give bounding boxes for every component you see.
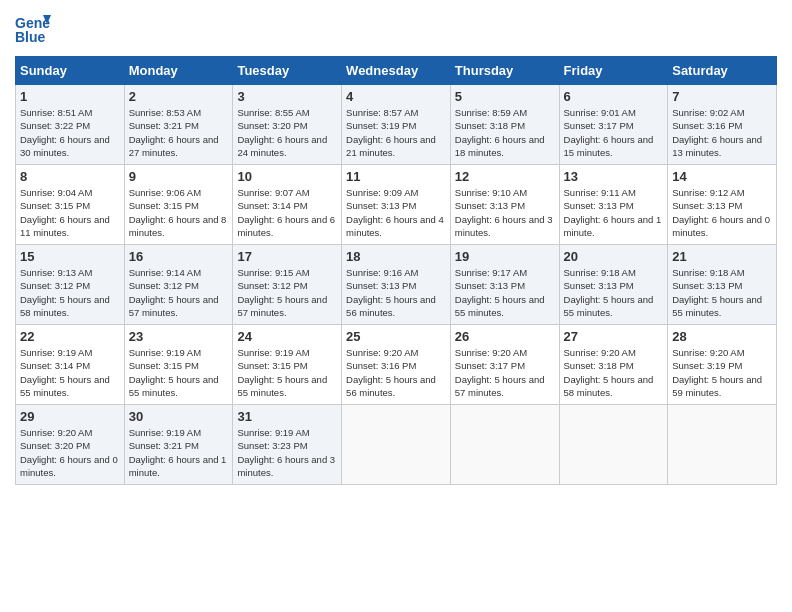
daylight: Daylight: 5 hours and 55 minutes. [20,374,110,398]
daylight: Daylight: 5 hours and 59 minutes. [672,374,762,398]
day-info: Sunrise: 9:18 AMSunset: 3:13 PMDaylight:… [672,266,772,319]
day-info: Sunrise: 9:20 AMSunset: 3:20 PMDaylight:… [20,426,120,479]
day-info: Sunrise: 9:12 AMSunset: 3:13 PMDaylight:… [672,186,772,239]
week-row-2: 8Sunrise: 9:04 AMSunset: 3:15 PMDaylight… [16,165,777,245]
sunset: Sunset: 3:12 PM [237,280,307,291]
day-info: Sunrise: 9:09 AMSunset: 3:13 PMDaylight:… [346,186,446,239]
daylight: Daylight: 6 hours and 27 minutes. [129,134,219,158]
sunrise: Sunrise: 9:19 AM [129,427,201,438]
day-number: 9 [129,169,229,184]
daylight: Daylight: 6 hours and 1 minute. [129,454,227,478]
day-number: 1 [20,89,120,104]
daylight: Daylight: 5 hours and 55 minutes. [564,294,654,318]
day-number: 16 [129,249,229,264]
daylight: Daylight: 6 hours and 24 minutes. [237,134,327,158]
day-number: 2 [129,89,229,104]
sunrise: Sunrise: 9:17 AM [455,267,527,278]
sunset: Sunset: 3:16 PM [346,360,416,371]
sunrise: Sunrise: 9:19 AM [237,427,309,438]
weekday-header-monday: Monday [124,57,233,85]
day-number: 15 [20,249,120,264]
sunset: Sunset: 3:17 PM [455,360,525,371]
calendar-cell: 2Sunrise: 8:53 AMSunset: 3:21 PMDaylight… [124,85,233,165]
page-header: General Blue [15,10,777,46]
day-number: 8 [20,169,120,184]
day-info: Sunrise: 9:17 AMSunset: 3:13 PMDaylight:… [455,266,555,319]
sunrise: Sunrise: 9:12 AM [672,187,744,198]
sunset: Sunset: 3:14 PM [20,360,90,371]
sunrise: Sunrise: 9:20 AM [564,347,636,358]
sunset: Sunset: 3:13 PM [346,280,416,291]
sunrise: Sunrise: 9:20 AM [672,347,744,358]
calendar-cell: 24Sunrise: 9:19 AMSunset: 3:15 PMDayligh… [233,325,342,405]
sunrise: Sunrise: 8:53 AM [129,107,201,118]
sunrise: Sunrise: 9:09 AM [346,187,418,198]
sunset: Sunset: 3:18 PM [455,120,525,131]
daylight: Daylight: 6 hours and 18 minutes. [455,134,545,158]
sunrise: Sunrise: 8:55 AM [237,107,309,118]
sunset: Sunset: 3:15 PM [20,200,90,211]
calendar-table: SundayMondayTuesdayWednesdayThursdayFrid… [15,56,777,485]
day-number: 14 [672,169,772,184]
sunrise: Sunrise: 8:51 AM [20,107,92,118]
day-number: 20 [564,249,664,264]
sunrise: Sunrise: 9:06 AM [129,187,201,198]
daylight: Daylight: 5 hours and 57 minutes. [455,374,545,398]
weekday-header-wednesday: Wednesday [342,57,451,85]
day-info: Sunrise: 8:57 AMSunset: 3:19 PMDaylight:… [346,106,446,159]
day-info: Sunrise: 9:11 AMSunset: 3:13 PMDaylight:… [564,186,664,239]
sunset: Sunset: 3:13 PM [564,280,634,291]
sunrise: Sunrise: 9:19 AM [129,347,201,358]
sunset: Sunset: 3:19 PM [346,120,416,131]
sunset: Sunset: 3:13 PM [672,280,742,291]
weekday-header-saturday: Saturday [668,57,777,85]
day-number: 5 [455,89,555,104]
calendar-cell: 28Sunrise: 9:20 AMSunset: 3:19 PMDayligh… [668,325,777,405]
calendar-cell: 23Sunrise: 9:19 AMSunset: 3:15 PMDayligh… [124,325,233,405]
week-row-1: 1Sunrise: 8:51 AMSunset: 3:22 PMDaylight… [16,85,777,165]
day-number: 26 [455,329,555,344]
sunset: Sunset: 3:14 PM [237,200,307,211]
sunset: Sunset: 3:19 PM [672,360,742,371]
day-info: Sunrise: 9:19 AMSunset: 3:14 PMDaylight:… [20,346,120,399]
daylight: Daylight: 5 hours and 56 minutes. [346,374,436,398]
calendar-cell: 27Sunrise: 9:20 AMSunset: 3:18 PMDayligh… [559,325,668,405]
sunrise: Sunrise: 9:11 AM [564,187,636,198]
sunrise: Sunrise: 9:19 AM [237,347,309,358]
day-info: Sunrise: 8:59 AMSunset: 3:18 PMDaylight:… [455,106,555,159]
calendar-cell: 19Sunrise: 9:17 AMSunset: 3:13 PMDayligh… [450,245,559,325]
calendar-cell: 15Sunrise: 9:13 AMSunset: 3:12 PMDayligh… [16,245,125,325]
calendar-cell: 20Sunrise: 9:18 AMSunset: 3:13 PMDayligh… [559,245,668,325]
calendar-cell [450,405,559,485]
sunset: Sunset: 3:20 PM [20,440,90,451]
day-info: Sunrise: 9:06 AMSunset: 3:15 PMDaylight:… [129,186,229,239]
sunrise: Sunrise: 9:18 AM [564,267,636,278]
sunset: Sunset: 3:21 PM [129,440,199,451]
day-number: 17 [237,249,337,264]
calendar-cell: 26Sunrise: 9:20 AMSunset: 3:17 PMDayligh… [450,325,559,405]
calendar-cell: 25Sunrise: 9:20 AMSunset: 3:16 PMDayligh… [342,325,451,405]
calendar-cell: 31Sunrise: 9:19 AMSunset: 3:23 PMDayligh… [233,405,342,485]
day-info: Sunrise: 9:19 AMSunset: 3:23 PMDaylight:… [237,426,337,479]
daylight: Daylight: 6 hours and 1 minute. [564,214,662,238]
daylight: Daylight: 6 hours and 6 minutes. [237,214,335,238]
daylight: Daylight: 6 hours and 21 minutes. [346,134,436,158]
daylight: Daylight: 6 hours and 15 minutes. [564,134,654,158]
day-number: 27 [564,329,664,344]
sunrise: Sunrise: 9:20 AM [346,347,418,358]
calendar-cell: 11Sunrise: 9:09 AMSunset: 3:13 PMDayligh… [342,165,451,245]
day-info: Sunrise: 9:04 AMSunset: 3:15 PMDaylight:… [20,186,120,239]
sunset: Sunset: 3:20 PM [237,120,307,131]
day-number: 29 [20,409,120,424]
sunset: Sunset: 3:17 PM [564,120,634,131]
calendar-cell [559,405,668,485]
sunset: Sunset: 3:21 PM [129,120,199,131]
day-info: Sunrise: 9:10 AMSunset: 3:13 PMDaylight:… [455,186,555,239]
calendar-cell: 10Sunrise: 9:07 AMSunset: 3:14 PMDayligh… [233,165,342,245]
day-number: 24 [237,329,337,344]
calendar-cell [668,405,777,485]
sunset: Sunset: 3:23 PM [237,440,307,451]
day-number: 4 [346,89,446,104]
sunrise: Sunrise: 8:59 AM [455,107,527,118]
day-number: 19 [455,249,555,264]
